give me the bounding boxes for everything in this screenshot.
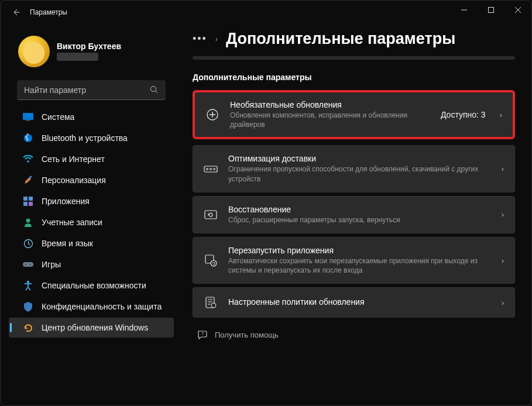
svg-rect-11 — [23, 202, 28, 206]
profile[interactable]: Виктор Бухтеев — [5, 30, 177, 80]
avatar — [18, 36, 50, 67]
search-input[interactable] — [24, 85, 150, 95]
chevron-right-icon: › — [502, 210, 504, 219]
search-icon — [150, 85, 159, 94]
svg-point-22 — [210, 168, 212, 170]
sidebar-item-label: Время и язык — [42, 239, 93, 248]
titlebar: Параметры — [1, 1, 531, 24]
search-box[interactable] — [17, 80, 166, 100]
back-button[interactable] — [5, 2, 26, 23]
svg-point-28 — [211, 303, 216, 308]
card-title: Восстановление — [228, 205, 491, 214]
sidebar-item-label: Приложения — [42, 197, 90, 206]
sidebar-item-label: Игры — [42, 260, 61, 269]
recovery-icon — [204, 209, 218, 221]
chevron-right-icon: › — [502, 256, 504, 265]
svg-point-16 — [25, 264, 26, 265]
chevron-right-icon: › — [502, 298, 504, 307]
svg-line-3 — [156, 91, 158, 94]
svg-point-6 — [24, 134, 32, 142]
sidebar-item-label: Специальные возможности — [42, 281, 146, 290]
help-label: Получить помощь — [215, 331, 279, 339]
sidebar-item-time-language[interactable]: Время и язык — [9, 233, 174, 253]
card-restart-apps[interactable]: Перезапустить приложения Автоматически с… — [193, 237, 515, 284]
get-help-link[interactable]: ? Получить помощь — [193, 329, 515, 340]
card-title: Оптимизация доставки — [228, 154, 491, 163]
section-heading: Дополнительные параметры — [193, 73, 515, 82]
sidebar-item-label: Bluetooth и устройства — [42, 133, 128, 143]
svg-point-13 — [26, 219, 30, 223]
sidebar-item-network[interactable]: Сеть и Интернет — [9, 149, 174, 169]
card-title: Настроенные политики обновления — [228, 297, 491, 307]
chevron-right-icon: › — [502, 164, 504, 173]
svg-point-2 — [151, 87, 156, 92]
sidebar-item-apps[interactable]: Приложения — [9, 191, 174, 211]
breadcrumb-more[interactable]: ••• — [193, 33, 207, 45]
card-subtitle: Ограничения пропускной способности для о… — [228, 164, 491, 183]
sidebar-item-accessibility[interactable]: Специальные возможности — [9, 276, 174, 295]
apps-icon — [23, 196, 33, 207]
svg-point-7 — [27, 160, 29, 163]
sidebar-item-accounts[interactable]: Учетные записи — [9, 212, 174, 232]
system-icon — [23, 112, 33, 122]
brush-icon — [23, 175, 33, 185]
sidebar-item-gaming[interactable]: Игры — [9, 254, 174, 274]
update-icon — [23, 322, 33, 333]
page-title: Дополнительные параметры — [226, 30, 455, 48]
svg-point-26 — [211, 260, 217, 266]
sidebar-item-windows-update[interactable]: Центр обновления Windows — [9, 318, 174, 338]
svg-rect-12 — [29, 202, 33, 206]
accessibility-icon — [23, 280, 33, 291]
sidebar-item-bluetooth[interactable]: Bluetooth и устройства — [9, 128, 174, 148]
sidebar: Виктор Бухтеев Система Bluetooth и устро… — [1, 24, 182, 405]
chevron-right-icon: › — [215, 35, 218, 43]
wifi-icon — [23, 154, 33, 164]
svg-text:?: ? — [201, 331, 204, 336]
card-subtitle: Автоматически сохранять мои перезапускае… — [228, 256, 491, 275]
sidebar-item-label: Конфиденциальность и защита — [42, 302, 162, 311]
svg-point-23 — [214, 168, 215, 170]
gamepad-icon — [23, 259, 33, 270]
person-icon — [23, 217, 33, 228]
svg-point-17 — [30, 264, 31, 265]
svg-point-18 — [27, 281, 29, 283]
bluetooth-icon — [23, 133, 33, 143]
main-content: ••• › Дополнительные параметры Дополните… — [182, 24, 531, 405]
card-meta: Доступно: 3 — [441, 110, 486, 119]
svg-rect-15 — [23, 262, 33, 267]
sidebar-item-label: Учетные записи — [42, 218, 102, 227]
sidebar-item-privacy[interactable]: Конфиденциальность и защита — [9, 297, 174, 316]
clock-icon — [23, 238, 33, 249]
profile-name: Виктор Бухтеев — [57, 42, 121, 51]
sidebar-item-label: Сеть и Интернет — [42, 154, 105, 164]
close-button[interactable] — [504, 1, 531, 19]
help-icon: ? — [197, 329, 208, 340]
card-update-policies[interactable]: Настроенные политики обновления › — [193, 287, 515, 318]
card-optional-updates[interactable]: Необязательные обновления Обновления ком… — [193, 90, 515, 139]
profile-email — [57, 53, 98, 61]
card-subtitle: Обновления компонентов, исправления и об… — [230, 111, 430, 129]
nav: Система Bluetooth и устройства Сеть и Ин… — [5, 107, 177, 338]
card-title: Необязательные обновления — [230, 100, 430, 109]
sidebar-item-label: Персонализация — [42, 176, 106, 185]
policy-icon — [204, 296, 218, 309]
sidebar-item-system[interactable]: Система — [9, 107, 174, 127]
plus-circle-icon — [205, 108, 219, 121]
breadcrumb: ••• › Дополнительные параметры — [193, 30, 515, 48]
restart-apps-icon — [204, 254, 218, 267]
svg-rect-4 — [23, 113, 33, 120]
delivery-icon — [204, 164, 218, 174]
maximize-button[interactable] — [478, 1, 504, 19]
sidebar-item-label: Система — [42, 112, 74, 122]
svg-rect-5 — [26, 120, 30, 121]
card-recovery[interactable]: Восстановление Сброс, расширенные параме… — [193, 196, 515, 233]
svg-rect-24 — [205, 211, 217, 219]
card-delivery-optimization[interactable]: Оптимизация доставки Ограничения пропуск… — [193, 145, 515, 192]
window-controls — [451, 1, 531, 19]
minimize-button[interactable] — [451, 1, 478, 19]
chevron-right-icon: › — [500, 111, 502, 119]
shield-icon — [23, 301, 33, 312]
divider — [193, 56, 515, 60]
sidebar-item-personalization[interactable]: Персонализация — [9, 170, 174, 190]
window-title: Параметры — [30, 8, 67, 16]
